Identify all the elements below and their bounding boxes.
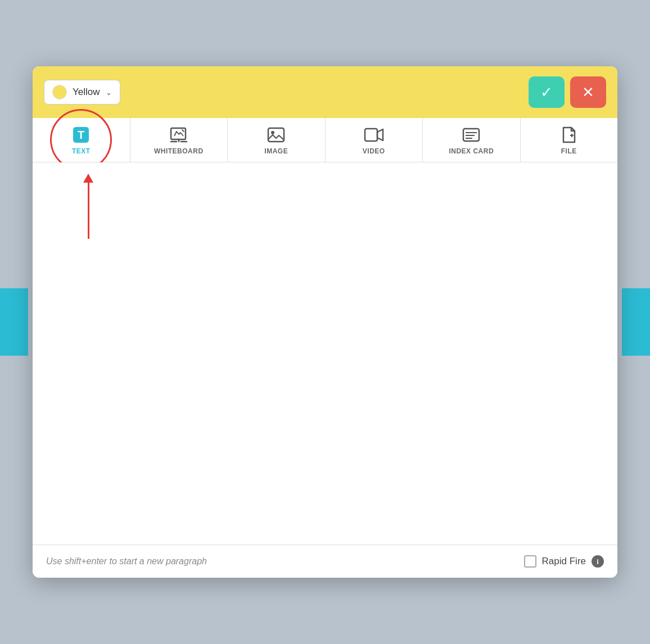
bg-teal-bar-right [622, 288, 650, 356]
info-icon[interactable]: i [592, 555, 604, 568]
tab-image-label: IMAGE [264, 147, 288, 155]
tab-video[interactable]: VIDEO [326, 118, 423, 162]
svg-rect-8 [365, 129, 377, 141]
tab-index-card[interactable]: INDEX CARD [423, 118, 521, 162]
modal-footer: Use shift+enter to start a new paragraph… [33, 545, 617, 578]
arrow-shaft [88, 183, 89, 239]
tab-image[interactable]: IMAGE [228, 118, 326, 162]
tab-file-label: FILE [561, 147, 577, 155]
confirm-button[interactable]: ✓ [529, 76, 565, 108]
video-tab-icon [364, 126, 384, 144]
modal-dialog: Yellow ⌄ ✓ ✕ T [33, 66, 617, 578]
tab-text[interactable]: T TEXT [33, 118, 130, 162]
svg-text:T: T [78, 129, 84, 141]
arrow-head [83, 174, 93, 183]
tab-video-label: VIDEO [363, 147, 385, 155]
modal-header: Yellow ⌄ ✓ ✕ [33, 66, 617, 118]
whiteboard-tab-icon [170, 126, 188, 144]
page-wrapper: Yellow ⌄ ✓ ✕ T [0, 0, 650, 644]
tab-index-card-label: INDEX CARD [449, 147, 494, 155]
footer-hint: Use shift+enter to start a new paragraph [46, 556, 207, 566]
rapid-fire-section: Rapid Fire i [524, 555, 604, 568]
color-label: Yellow [73, 87, 100, 98]
color-dot [52, 85, 67, 99]
rapid-fire-checkbox[interactable] [524, 555, 536, 568]
index-card-tab-icon [462, 126, 480, 144]
tab-file[interactable]: FILE [521, 118, 618, 162]
file-tab-icon [560, 126, 578, 144]
header-buttons: ✓ ✕ [529, 76, 606, 108]
rapid-fire-label: Rapid Fire [542, 556, 586, 567]
color-selector[interactable]: Yellow ⌄ [44, 80, 120, 105]
modal-content [33, 162, 617, 545]
tab-bar: T TEXT WHITEBOARD [33, 118, 617, 162]
cancel-button[interactable]: ✕ [570, 76, 606, 108]
svg-rect-6 [268, 128, 284, 142]
close-icon: ✕ [582, 84, 594, 101]
checkmark-icon: ✓ [540, 84, 553, 101]
text-tab-icon: T [72, 126, 90, 144]
tab-whiteboard-label: WHITEBOARD [154, 147, 204, 155]
tab-text-label: TEXT [72, 147, 91, 155]
annotation-arrow-up [83, 174, 93, 239]
svg-point-7 [271, 131, 274, 134]
bg-teal-bar-left [0, 288, 28, 356]
svg-marker-9 [377, 129, 383, 140]
tab-whiteboard[interactable]: WHITEBOARD [130, 118, 228, 162]
image-tab-icon [267, 126, 285, 144]
chevron-down-icon: ⌄ [106, 88, 112, 97]
